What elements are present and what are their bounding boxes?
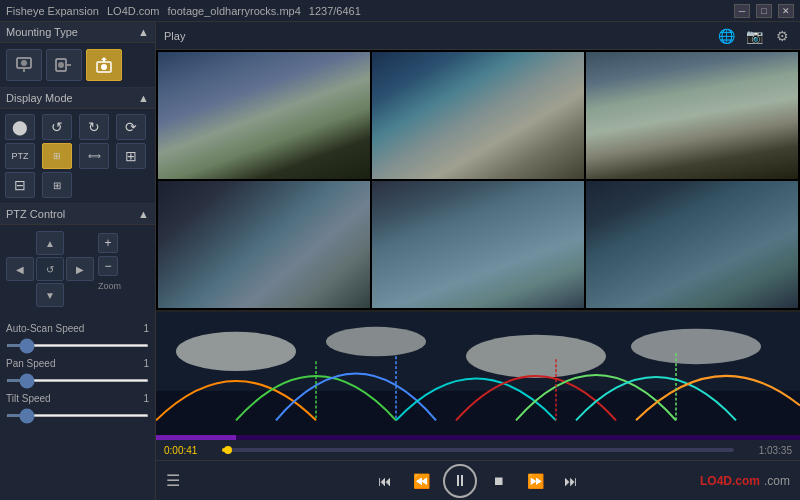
pan-slider[interactable] bbox=[6, 379, 149, 382]
ptz-arrow-pad: ▲ ◀ ↺ ▶ ▼ bbox=[6, 231, 94, 307]
pano-curves bbox=[156, 312, 800, 440]
sidebar: Mounting Type ▲ bbox=[0, 22, 156, 500]
app-name: Fisheye Expansion bbox=[6, 5, 99, 17]
ptz-label: PTZ Control bbox=[6, 208, 65, 220]
zoom-out-button[interactable]: − bbox=[98, 256, 118, 276]
display-pano-button[interactable]: ⟺ bbox=[79, 143, 109, 169]
mount-ceiling-button[interactable] bbox=[6, 49, 42, 81]
progress-area: 0:00:41 1:03:35 bbox=[156, 440, 800, 460]
ptz-controls: ▲ ◀ ↺ ▶ ▼ + − Zoom bbox=[0, 225, 155, 319]
progress-thumb[interactable] bbox=[224, 446, 232, 454]
zoom-label: Zoom bbox=[98, 281, 121, 291]
pan-label: Pan Speed 1 bbox=[6, 358, 149, 369]
svg-rect-20 bbox=[156, 435, 800, 440]
svg-point-7 bbox=[101, 64, 107, 70]
video-cell-4 bbox=[158, 181, 370, 308]
mount-desk-button[interactable] bbox=[86, 49, 122, 81]
ptz-up-button[interactable]: ▲ bbox=[36, 231, 64, 255]
tilt-label: Tilt Speed 1 bbox=[6, 393, 149, 404]
ptz-right-button[interactable]: ▶ bbox=[66, 257, 94, 281]
time-total: 1:03:35 bbox=[742, 445, 792, 456]
display-ptz-button[interactable]: PTZ bbox=[5, 143, 35, 169]
display-mode-section-header[interactable]: Display Mode ▲ bbox=[0, 88, 155, 109]
ptz-center-button[interactable]: ↺ bbox=[36, 257, 64, 281]
svg-point-12 bbox=[176, 332, 296, 371]
title-bar: Fisheye Expansion LO4D.com footage_oldha… bbox=[0, 0, 800, 22]
progress-track[interactable] bbox=[222, 448, 734, 452]
display-chevron-icon: ▲ bbox=[138, 92, 149, 104]
content-topbar: Play 🌐 📷 ⚙ bbox=[156, 22, 800, 50]
svg-point-13 bbox=[326, 327, 426, 357]
main-layout: Mounting Type ▲ bbox=[0, 22, 800, 500]
stop-button[interactable]: ⏹ bbox=[485, 467, 513, 495]
site-name: LO4D.com bbox=[107, 5, 160, 17]
video-cell-6 bbox=[586, 181, 798, 308]
svg-point-4 bbox=[58, 62, 64, 68]
display-mode-grid: ⬤ ↺ ↻ ⟳ PTZ ⊞ ⟺ ⊞ ⊟ ⊞ bbox=[0, 109, 155, 204]
ptz-chevron-icon: ▲ bbox=[138, 208, 149, 220]
video-cell-3 bbox=[586, 52, 798, 179]
topbar-controls: 🌐 📷 ⚙ bbox=[716, 26, 792, 46]
video-cell-1 bbox=[158, 52, 370, 179]
auto-scan-label: Auto-Scan Speed 1 bbox=[6, 323, 149, 334]
controls-bar: ☰ ⏮ ⏪ ⏸ ⏹ ⏩ ⏭ LO4D.com .com bbox=[156, 460, 800, 500]
ptz-left-button[interactable]: ◀ bbox=[6, 257, 34, 281]
content-area: Play 🌐 📷 ⚙ bbox=[156, 22, 800, 500]
display-quad-button[interactable]: ⊞ bbox=[42, 143, 72, 169]
auto-scan-slider-section: Auto-Scan Speed 1 bbox=[0, 319, 155, 354]
rewind-button[interactable]: ⏮ bbox=[371, 467, 399, 495]
display-rotate-cw-button[interactable]: ⟳ bbox=[116, 114, 146, 140]
title-bar-info: Fisheye Expansion LO4D.com footage_oldha… bbox=[6, 5, 361, 17]
tilt-slider[interactable] bbox=[6, 414, 149, 417]
display-mode-label: Display Mode bbox=[6, 92, 73, 104]
display-grid4-button[interactable]: ⊞ bbox=[116, 143, 146, 169]
close-button[interactable]: ✕ bbox=[778, 4, 794, 18]
next-frame-button[interactable]: ⏩ bbox=[521, 467, 549, 495]
mounting-chevron-icon: ▲ bbox=[138, 26, 149, 38]
mounting-type-section-header[interactable]: Mounting Type ▲ bbox=[0, 22, 155, 43]
fast-forward-button[interactable]: ⏭ bbox=[557, 467, 585, 495]
svg-rect-2 bbox=[23, 68, 25, 72]
mounting-type-icons bbox=[0, 43, 155, 88]
svg-rect-21 bbox=[156, 435, 236, 440]
display-rotate-right-button[interactable]: ↻ bbox=[79, 114, 109, 140]
panoramic-strip bbox=[156, 310, 800, 440]
svg-point-1 bbox=[21, 60, 27, 66]
globe-icon[interactable]: 🌐 bbox=[716, 26, 736, 46]
filename: footage_oldharryrocks.mp4 bbox=[168, 5, 301, 17]
tilt-slider-section: Tilt Speed 1 bbox=[0, 389, 155, 424]
video-grid bbox=[156, 50, 800, 310]
frame-count: 1237/6461 bbox=[309, 5, 361, 17]
svg-point-15 bbox=[631, 329, 761, 364]
display-rotate-left-button[interactable]: ↺ bbox=[42, 114, 72, 140]
svg-rect-5 bbox=[66, 64, 71, 66]
display-split4-button[interactable]: ⊞ bbox=[42, 172, 72, 198]
play-pause-button[interactable]: ⏸ bbox=[443, 464, 477, 498]
svg-marker-9 bbox=[101, 57, 107, 60]
camera-icon[interactable]: 📷 bbox=[744, 26, 764, 46]
play-label: Play bbox=[164, 30, 185, 42]
window-controls[interactable]: ─ □ ✕ bbox=[734, 4, 794, 18]
menu-icon[interactable]: ☰ bbox=[166, 471, 180, 490]
mounting-type-label: Mounting Type bbox=[6, 26, 78, 38]
logo-area: LO4D.com .com bbox=[700, 474, 790, 488]
display-circle-button[interactable]: ⬤ bbox=[5, 114, 35, 140]
video-cell-2 bbox=[372, 52, 584, 179]
auto-scan-slider[interactable] bbox=[6, 344, 149, 347]
ptz-section-header[interactable]: PTZ Control ▲ bbox=[0, 204, 155, 225]
mount-wall-button[interactable] bbox=[46, 49, 82, 81]
ptz-down-button[interactable]: ▼ bbox=[36, 283, 64, 307]
video-cell-5 bbox=[372, 181, 584, 308]
prev-frame-button[interactable]: ⏪ bbox=[407, 467, 435, 495]
maximize-button[interactable]: □ bbox=[756, 4, 772, 18]
settings-icon[interactable]: ⚙ bbox=[772, 26, 792, 46]
minimize-button[interactable]: ─ bbox=[734, 4, 750, 18]
logo-text: LO4D.com bbox=[700, 474, 760, 488]
zoom-in-button[interactable]: + bbox=[98, 233, 118, 253]
svg-point-14 bbox=[466, 335, 606, 378]
pan-slider-section: Pan Speed 1 bbox=[0, 354, 155, 389]
time-current: 0:00:41 bbox=[164, 445, 214, 456]
display-split2h-button[interactable]: ⊟ bbox=[5, 172, 35, 198]
logo-suffix: .com bbox=[764, 474, 790, 488]
